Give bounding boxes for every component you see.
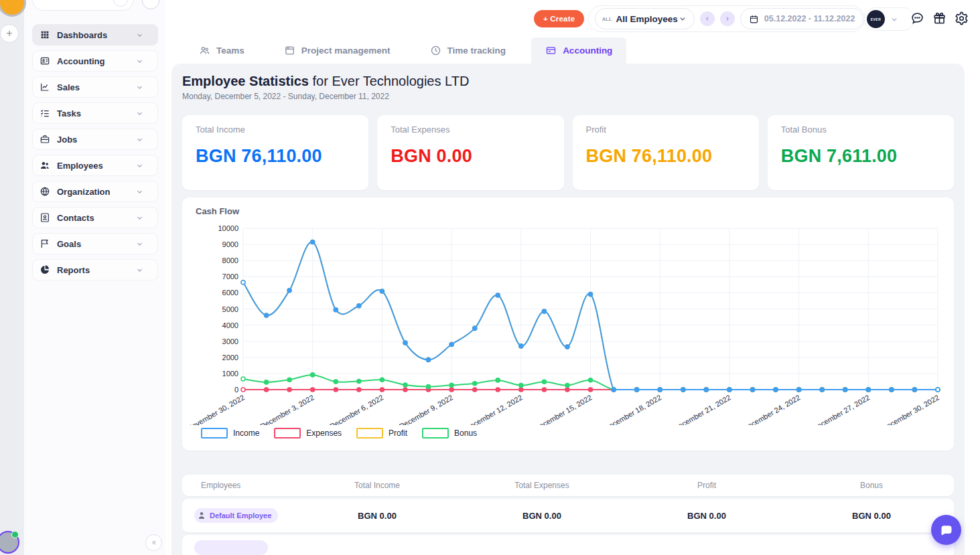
tasks-icon <box>40 108 50 118</box>
chart-line-icon <box>40 82 50 92</box>
chevron-right-icon <box>724 15 731 23</box>
svg-text:December 15, 2022: December 15, 2022 <box>533 393 593 425</box>
globe-icon <box>40 186 50 197</box>
chevrons-left-icon <box>150 538 157 547</box>
people-icon <box>199 45 210 56</box>
sidebar-item-organization[interactable]: Organization <box>32 181 158 202</box>
sidebar-search-input[interactable] <box>32 0 134 11</box>
topbar-icon-buttons <box>910 11 969 25</box>
svg-text:December 27, 2022: December 27, 2022 <box>811 393 871 425</box>
date-next-button[interactable] <box>720 11 735 26</box>
table-cell: BGN 0.00 <box>624 511 789 521</box>
table-row-partial[interactable] <box>182 535 954 555</box>
sidebar-item-employees[interactable]: Employees <box>32 155 158 176</box>
legend-item-profit[interactable]: Profit <box>356 428 407 439</box>
tab-label: Accounting <box>563 46 612 56</box>
table-header-employees: Employees <box>182 481 295 490</box>
sidebar-item-label: Accounting <box>57 56 135 66</box>
employee-badge-stub <box>194 540 268 555</box>
topbar-controls: ALL All Employees 05.12.2022 - 11.12.202… <box>588 5 865 32</box>
legend-label: Bonus <box>454 428 477 438</box>
sidebar-item-jobs[interactable]: Jobs <box>32 129 158 150</box>
legend-item-expenses[interactable]: Expenses <box>274 428 342 439</box>
legend-item-bonus[interactable]: Bonus <box>422 428 477 439</box>
cashflow-chart: 0100020003000400050006000700080009000100… <box>182 197 954 425</box>
tab-accounting[interactable]: Accounting <box>531 37 626 64</box>
chevron-down-icon <box>135 83 144 92</box>
sidebar-item-label: Contacts <box>57 213 135 223</box>
sidebar-item-reports[interactable]: Reports <box>32 259 158 281</box>
date-range-picker[interactable]: 05.12.2022 - 11.12.2022 <box>740 8 864 29</box>
employee-badge[interactable]: Default Employee <box>194 508 278 523</box>
support-chat-icon[interactable] <box>910 11 924 25</box>
sidebar-menu: DashboardsAccountingSalesTasksJobsEmploy… <box>32 24 158 285</box>
svg-text:9000: 9000 <box>222 240 238 248</box>
svg-text:December 3, 2022: December 3, 2022 <box>259 393 315 425</box>
chevron-down-icon <box>135 187 144 196</box>
sidebar-item-label: Employees <box>57 161 135 171</box>
sidebar-collapse-button[interactable] <box>145 534 162 551</box>
table-cell: BGN 0.00 <box>460 511 624 521</box>
sidebar-item-sales[interactable]: Sales <box>32 76 158 98</box>
board-icon <box>284 45 295 56</box>
date-prev-button[interactable] <box>700 11 715 26</box>
chevron-down-icon <box>890 15 899 24</box>
legend-label: Expenses <box>306 428 342 438</box>
sidebar-top-button[interactable] <box>142 0 159 9</box>
svg-text:December 21, 2022: December 21, 2022 <box>672 393 732 425</box>
sidebar-item-dashboards[interactable]: Dashboards <box>32 24 158 46</box>
tab-time-tracking[interactable]: Time tracking <box>416 37 520 64</box>
add-button[interactable]: + <box>0 24 19 43</box>
app-rail: + <box>0 0 24 555</box>
table-header-total-income: Total Income <box>295 481 460 490</box>
legend-label: Profit <box>389 428 407 438</box>
svg-text:5000: 5000 <box>222 305 238 313</box>
employees-table-header: EmployeesTotal IncomeTotal ExpensesProfi… <box>182 475 954 496</box>
employee-name: Default Employee <box>210 511 271 520</box>
settings-gear-icon[interactable] <box>955 11 969 25</box>
chevron-down-icon <box>135 57 144 66</box>
svg-text:4000: 4000 <box>222 321 238 329</box>
stat-card-total-bonus: Total BonusBGN 7,611.00 <box>768 115 954 190</box>
chevron-down-icon <box>678 14 687 23</box>
stat-value: BGN 7,611.00 <box>781 146 940 167</box>
chevron-down-icon <box>135 161 144 170</box>
card-icon <box>545 45 557 56</box>
tab-teams[interactable]: Teams <box>185 37 259 64</box>
stat-value: BGN 0.00 <box>391 146 550 167</box>
organization-switcher[interactable]: EVER <box>864 7 914 31</box>
grid-icon <box>40 29 50 40</box>
svg-text:3000: 3000 <box>222 337 238 345</box>
chevron-down-icon <box>135 214 144 222</box>
legend-swatch <box>356 428 383 439</box>
chat-fab-button[interactable] <box>931 515 961 545</box>
sidebar-item-accounting[interactable]: Accounting <box>32 50 158 72</box>
chart-legend: IncomeExpensesProfitBonus <box>201 428 477 439</box>
legend-swatch <box>274 428 301 439</box>
cashflow-card: Cash Flow 010002000300040005000600070008… <box>182 197 954 451</box>
sidebar-item-label: Goals <box>57 239 135 249</box>
sidebar-item-tasks[interactable]: Tasks <box>32 102 158 124</box>
svg-text:1000: 1000 <box>222 370 238 378</box>
page-title: Employee Statistics for Ever Technologie… <box>182 72 954 90</box>
gift-icon[interactable] <box>932 11 947 25</box>
create-button[interactable]: + Create <box>534 10 584 27</box>
stat-card-total-expenses: Total ExpensesBGN 0.00 <box>377 115 563 190</box>
tab-project-management[interactable]: Project management <box>270 37 405 64</box>
dashboard-content: Employee Statistics for Ever Technologie… <box>171 64 965 555</box>
tab-label: Teams <box>216 46 244 56</box>
svg-text:10000: 10000 <box>218 224 238 232</box>
user-avatar[interactable] <box>0 531 19 554</box>
sidebar-item-goals[interactable]: Goals <box>32 233 158 254</box>
tab-label: Time tracking <box>447 46 506 56</box>
legend-item-income[interactable]: Income <box>201 428 259 439</box>
table-header-profit: Profit <box>624 481 789 490</box>
stat-cards: Total IncomeBGN 76,110.00Total ExpensesB… <box>182 115 954 190</box>
employee-filter-select[interactable]: ALL All Employees <box>595 8 695 29</box>
people-solid-icon <box>40 160 50 171</box>
table-row[interactable]: Default EmployeeBGN 0.00BGN 0.00BGN 0.00… <box>182 499 954 532</box>
svg-text:6000: 6000 <box>222 289 238 297</box>
employees-table-body: Default EmployeeBGN 0.00BGN 0.00BGN 0.00… <box>182 499 954 532</box>
svg-text:December 30, 2022: December 30, 2022 <box>880 393 940 425</box>
sidebar-item-contacts[interactable]: Contacts <box>32 207 158 228</box>
